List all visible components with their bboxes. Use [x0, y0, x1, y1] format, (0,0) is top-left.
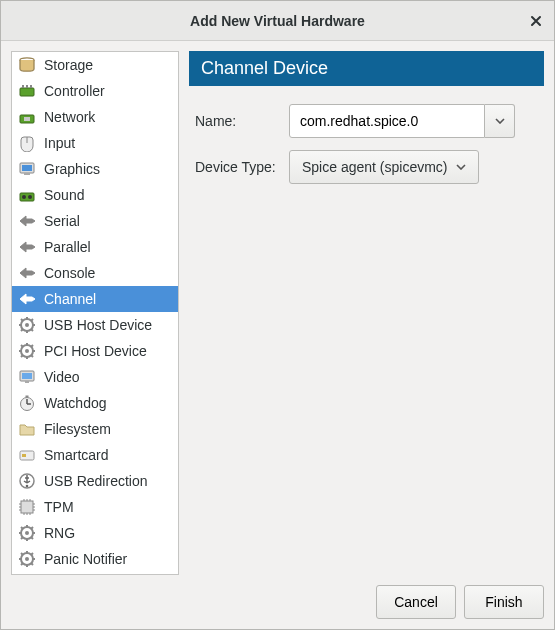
svg-line-32: [21, 355, 23, 357]
svg-rect-10: [24, 173, 30, 175]
sidebar-item-label: Video: [44, 369, 80, 385]
svg-line-76: [21, 563, 23, 565]
sidebar-item-input[interactable]: Input: [12, 130, 178, 156]
svg-point-12: [22, 195, 26, 199]
port-icon: [18, 238, 36, 256]
sidebar-item-rng[interactable]: RNG: [12, 520, 178, 546]
name-row: Name:: [195, 104, 544, 138]
sidebar-item-label: Graphics: [44, 161, 100, 177]
sidebar-item-pci-host-device[interactable]: PCI Host Device: [12, 338, 178, 364]
finish-button[interactable]: Finish: [464, 585, 544, 619]
svg-line-67: [31, 527, 33, 529]
sidebar-item-network[interactable]: Network: [12, 104, 178, 130]
svg-line-64: [21, 527, 23, 529]
sidebar-item-label: RNG: [44, 525, 75, 541]
svg-rect-4: [30, 85, 32, 88]
sidebar-item-graphics[interactable]: Graphics: [12, 156, 178, 182]
sidebar-item-label: Storage: [44, 57, 93, 73]
chevron-down-icon: [456, 164, 466, 170]
port-icon: [18, 290, 36, 308]
device-type-value: Spice agent (spicevmc): [302, 159, 448, 175]
svg-point-59: [25, 531, 29, 535]
close-button[interactable]: [528, 13, 544, 29]
svg-rect-45: [21, 501, 33, 513]
port-icon: [18, 264, 36, 282]
host-icon: [18, 342, 36, 360]
svg-rect-2: [22, 85, 24, 88]
dialog-window: Add New Virtual Hardware StorageControll…: [0, 0, 555, 630]
name-dropdown-button[interactable]: [485, 104, 515, 138]
sidebar-item-usb-redirection[interactable]: USB Redirection: [12, 468, 178, 494]
sidebar-item-controller[interactable]: Controller: [12, 78, 178, 104]
svg-rect-6: [24, 117, 30, 121]
svg-rect-9: [22, 165, 32, 171]
titlebar: Add New Virtual Hardware: [1, 1, 554, 41]
svg-point-69: [25, 557, 29, 561]
close-icon: [530, 15, 542, 27]
panel-header: Channel Device: [189, 51, 544, 86]
sidebar-item-label: Input: [44, 135, 75, 151]
host-icon: [18, 550, 36, 568]
svg-line-20: [21, 319, 23, 321]
sidebar-item-label: Console: [44, 265, 95, 281]
main-panel: Channel Device Name: Device Type: Spice …: [189, 51, 544, 575]
sidebar-item-tpm[interactable]: TPM: [12, 494, 178, 520]
sidebar-item-usb-host-device[interactable]: USB Host Device: [12, 312, 178, 338]
sidebar-item-sound[interactable]: Sound: [12, 182, 178, 208]
sidebar-item-smartcard[interactable]: Smartcard: [12, 442, 178, 468]
chevron-down-icon: [495, 118, 505, 124]
sidebar-item-parallel[interactable]: Parallel: [12, 234, 178, 260]
sidebar-item-watchdog[interactable]: Watchdog: [12, 390, 178, 416]
svg-rect-3: [26, 85, 28, 88]
hardware-category-list[interactable]: StorageControllerNetworkInputGraphicsSou…: [11, 51, 179, 575]
storage-icon: [18, 56, 36, 74]
sidebar-item-label: Filesystem: [44, 421, 111, 437]
svg-rect-36: [25, 381, 29, 383]
sidebar-item-filesystem[interactable]: Filesystem: [12, 416, 178, 442]
svg-rect-40: [26, 396, 29, 398]
sidebar-item-label: Panic Notifier: [44, 551, 127, 567]
sidebar-item-label: Watchdog: [44, 395, 107, 411]
sidebar-item-panic-notifier[interactable]: Panic Notifier: [12, 546, 178, 572]
sidebar-item-storage[interactable]: Storage: [12, 52, 178, 78]
window-title: Add New Virtual Hardware: [190, 13, 365, 29]
usb-redir-icon: [18, 472, 36, 490]
name-input[interactable]: [289, 104, 485, 138]
tpm-icon: [18, 498, 36, 516]
device-type-select[interactable]: Spice agent (spicevmc): [289, 150, 479, 184]
svg-point-44: [26, 485, 29, 488]
sidebar-item-label: Channel: [44, 291, 96, 307]
sidebar-item-label: USB Host Device: [44, 317, 152, 333]
smartcard-icon: [18, 446, 36, 464]
host-icon: [18, 316, 36, 334]
cancel-button[interactable]: Cancel: [376, 585, 456, 619]
svg-rect-1: [20, 88, 34, 96]
dialog-body: StorageControllerNetworkInputGraphicsSou…: [1, 41, 554, 575]
sidebar-item-label: Smartcard: [44, 447, 109, 463]
svg-line-74: [21, 553, 23, 555]
sidebar-item-label: Parallel: [44, 239, 91, 255]
svg-line-65: [31, 537, 33, 539]
sidebar-item-console[interactable]: Console: [12, 260, 178, 286]
video-icon: [18, 368, 36, 386]
network-icon: [18, 108, 36, 126]
controller-icon: [18, 82, 36, 100]
device-type-row: Device Type: Spice agent (spicevmc): [195, 150, 544, 184]
sidebar-item-label: Network: [44, 109, 95, 125]
sidebar-item-label: Controller: [44, 83, 105, 99]
svg-line-66: [21, 537, 23, 539]
sidebar-item-label: Serial: [44, 213, 80, 229]
watchdog-icon: [18, 394, 36, 412]
svg-line-23: [31, 319, 33, 321]
sidebar-item-video[interactable]: Video: [12, 364, 178, 390]
svg-rect-35: [22, 373, 32, 379]
sidebar-item-channel[interactable]: Channel: [12, 286, 178, 312]
input-icon: [18, 134, 36, 152]
graphics-icon: [18, 160, 36, 178]
svg-line-30: [21, 345, 23, 347]
folder-icon: [18, 420, 36, 438]
sidebar-item-label: TPM: [44, 499, 74, 515]
sidebar-item-serial[interactable]: Serial: [12, 208, 178, 234]
sidebar-item-label: Sound: [44, 187, 84, 203]
svg-point-25: [25, 349, 29, 353]
